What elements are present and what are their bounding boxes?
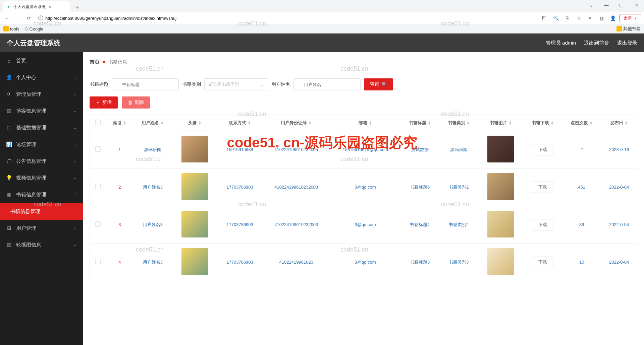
close-window-icon[interactable]: ✕	[629, 0, 644, 10]
reload-button[interactable]: ⟳	[24, 13, 34, 23]
maximize-icon[interactable]: ▢	[614, 0, 629, 10]
info-icon: ⓘ	[38, 15, 43, 21]
update-button[interactable]: 更新⋮	[620, 14, 641, 22]
browser-tab[interactable]: ▼ 个人云盘管理系统 ×	[3, 1, 70, 12]
new-tab-button[interactable]: +	[72, 3, 82, 12]
browser-chrome: ▼ 个人云盘管理系统 × + ⌄ — ▢ ✕ ← → ⟳ ⓘ http://lo…	[0, 0, 644, 33]
bookmark-google[interactable]: GGoogle	[24, 26, 43, 31]
key-icon[interactable]: ⚿	[540, 13, 549, 23]
address-bar[interactable]: ⓘ http://localhost:8080/gerenyunpanguanl…	[35, 13, 538, 23]
bookmark-star-icon[interactable]: ☆	[574, 13, 583, 23]
zoom-icon[interactable]: 🔍	[551, 13, 560, 23]
chevron-down-icon[interactable]: ⌄	[584, 0, 599, 10]
url-text: http://localhost:8080/gerenyunpanguanli/…	[45, 16, 177, 21]
minimize-icon[interactable]: —	[599, 0, 614, 10]
translate-icon[interactable]: ⎘	[562, 13, 572, 23]
tab-title: 个人云盘管理系统	[13, 4, 46, 10]
extensions-icon[interactable]: ✦	[585, 13, 595, 23]
close-tab-icon[interactable]: ×	[48, 4, 52, 9]
side-panel-icon[interactable]: ▥	[597, 13, 606, 23]
bookmark-tools[interactable]: tools	[3, 26, 19, 31]
back-button[interactable]: ←	[3, 13, 12, 23]
profile-icon[interactable]: 👤	[608, 13, 618, 23]
bookmark-other[interactable]: 其他书签	[616, 26, 641, 32]
forward-button[interactable]: →	[13, 13, 23, 23]
